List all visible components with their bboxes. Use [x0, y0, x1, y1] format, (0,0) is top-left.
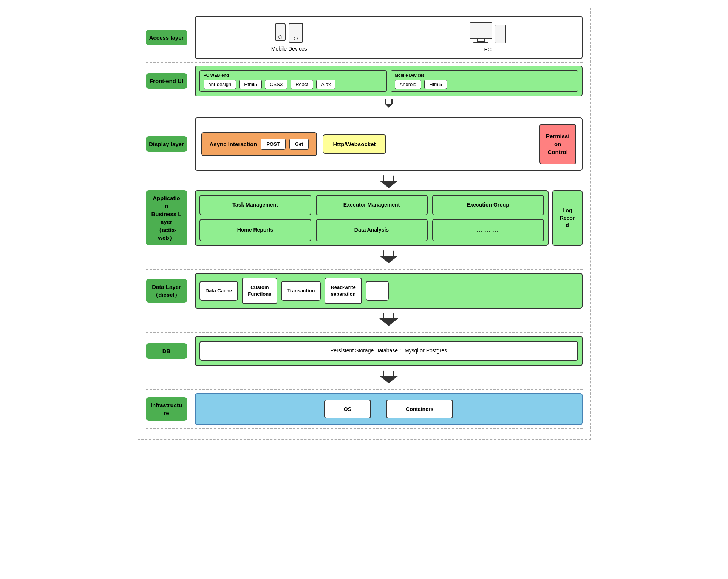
- app-row-1: Task Management Executor Management Exec…: [199, 195, 544, 215]
- display-permission-box: PermissionControl: [539, 124, 576, 164]
- home-reports-box: Home Reports: [199, 219, 311, 241]
- db-layer-row: DB Persistent Storage Database： Mysql or…: [146, 336, 583, 366]
- tech-html5-mobile: Html5: [424, 80, 447, 89]
- app-main-area: Task Management Executor Management Exec…: [195, 190, 549, 246]
- application-layer-label: ApplicationBusiness Layer（actix-web）: [146, 190, 187, 245]
- hollow-down-arrow-2: [379, 249, 398, 263]
- async-label: Async Interaction: [210, 141, 257, 147]
- pc-tech-boxes: ant-design Html5 CSS3 React Ajax: [204, 80, 383, 89]
- application-layer-row: ApplicationBusiness Layer（actix-web） Tas…: [146, 190, 583, 246]
- display-layer-label: Display layer: [146, 136, 187, 152]
- get-box: Get: [289, 139, 309, 150]
- os-box: OS: [324, 400, 371, 418]
- frontend-layer-label: Front-end UI: [146, 73, 187, 89]
- separator-bottom: [146, 428, 583, 429]
- arrow-head-2: [379, 256, 398, 263]
- data-layer-content: Data Cache CustomFunctions Transaction R…: [195, 273, 583, 309]
- small-arrow-stem: [385, 99, 393, 104]
- frontend-layer-row: Front-end UI PC WEB-end ant-design Html5…: [146, 66, 583, 96]
- data-layer-row: Data Layer（diesel） Data Cache CustomFunc…: [146, 273, 583, 309]
- frontend-layer-content: PC WEB-end ant-design Html5 CSS3 React A…: [195, 66, 583, 96]
- post-box: POST: [261, 139, 285, 150]
- tech-react: React: [291, 80, 313, 89]
- phone-icon: [275, 23, 303, 43]
- access-layer-content: Mobile Devices PC: [195, 16, 583, 59]
- arrow-display-app: [195, 171, 583, 184]
- separator-2: [146, 114, 583, 114]
- tablet-shape: [289, 23, 303, 43]
- app-row-2: Home Reports Data Analysis ………: [199, 219, 544, 241]
- pc-item: PC: [470, 22, 506, 52]
- more-data-box: … …: [366, 281, 389, 301]
- tech-ajax: Ajax: [316, 80, 335, 89]
- more-box: ………: [432, 219, 544, 241]
- data-cache-box: Data Cache: [199, 281, 238, 301]
- access-layer-label: Access layer: [146, 30, 187, 45]
- data-layer-label: Data Layer（diesel）: [146, 279, 187, 303]
- separator-5: [146, 332, 583, 333]
- hollow-down-arrow-3: [379, 312, 398, 326]
- small-down-arrow: [385, 99, 393, 108]
- separator-1: [146, 62, 583, 63]
- infra-layer-content: OS Containers: [195, 393, 583, 425]
- pc-tower: [495, 25, 506, 43]
- architecture-diagram: Access layer Mobile Devices: [138, 8, 591, 440]
- websocket-box: Http/Websocket: [323, 134, 386, 154]
- arrow-data-db: [195, 309, 583, 329]
- pc-base: [473, 42, 488, 43]
- infra-layer-label: Infrastructure: [146, 397, 187, 421]
- db-layer-label: DB: [146, 343, 187, 359]
- containers-box: Containers: [386, 400, 453, 418]
- arrow-frontend-display: [195, 96, 583, 111]
- log-record-box: LogRecord: [552, 190, 583, 246]
- execution-group-box: Execution Group: [432, 195, 544, 215]
- pc-monitor: [470, 22, 492, 39]
- custom-functions-box: CustomFunctions: [242, 278, 277, 304]
- hollow-down-arrow-1: [379, 174, 398, 181]
- async-interaction-box: Async Interaction POST Get: [201, 132, 317, 156]
- hollow-down-arrow-4: [379, 369, 398, 383]
- separator-4: [146, 269, 583, 270]
- db-layer-content: Persistent Storage Database： Mysql or Po…: [195, 336, 583, 366]
- executor-management-box: Executor Management: [316, 195, 428, 215]
- data-analysis-box: Data Analysis: [316, 219, 428, 241]
- read-write-box: Read-writeseparation: [325, 278, 362, 304]
- mobile-tech-boxes: Android Html5: [395, 80, 574, 89]
- task-management-box: Task Management: [199, 195, 311, 215]
- pc-web-section: PC WEB-end ant-design Html5 CSS3 React A…: [199, 70, 387, 92]
- tech-android: Android: [395, 80, 422, 89]
- tech-ant-design: ant-design: [204, 80, 236, 89]
- arrow-db-infra: [195, 366, 583, 386]
- frontend-two-col: PC WEB-end ant-design Html5 CSS3 React A…: [199, 70, 578, 92]
- display-layer-content: Async Interaction POST Get Http/Websocke…: [195, 117, 583, 171]
- phone-shape: [275, 23, 286, 41]
- tech-html5: Html5: [239, 80, 262, 89]
- app-layer-content: Task Management Executor Management Exec…: [195, 190, 583, 246]
- mobile-title: Mobile Devices: [395, 73, 574, 77]
- db-storage-box: Persistent Storage Database： Mysql or Po…: [199, 341, 578, 361]
- arrow-app-data: [195, 246, 583, 266]
- pc-stand: [477, 39, 485, 42]
- tech-css3: CSS3: [265, 80, 287, 89]
- mobile-devices-item: Mobile Devices: [271, 23, 307, 52]
- pc-icon: [470, 22, 506, 43]
- small-arrow-head: [385, 104, 393, 108]
- pc-web-title: PC WEB-end: [204, 73, 383, 77]
- separator-3: [146, 187, 583, 187]
- transaction-box: Transaction: [281, 281, 321, 301]
- mobile-section: Mobile Devices Android Html5: [391, 70, 578, 92]
- infra-layer-row: Infrastructure OS Containers: [146, 393, 583, 425]
- separator-6: [146, 389, 583, 390]
- mobile-devices-label: Mobile Devices: [271, 46, 307, 52]
- pc-label: PC: [484, 46, 492, 52]
- access-layer-row: Access layer Mobile Devices: [146, 16, 583, 59]
- display-layer-row: Display layer Async Interaction POST Get…: [146, 117, 583, 171]
